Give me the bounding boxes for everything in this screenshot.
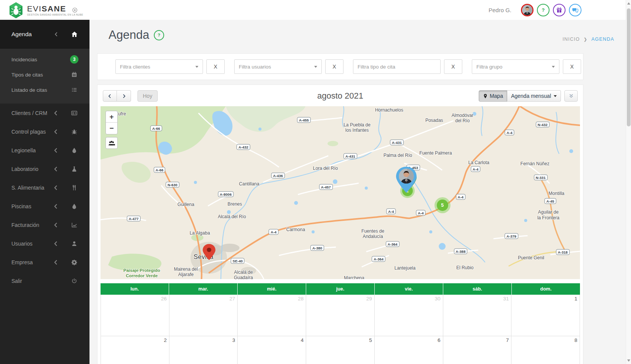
sidebar-item-empresa[interactable]: Empresa	[0, 253, 89, 271]
power-icon	[71, 278, 77, 284]
zoom-out-button[interactable]: −	[106, 123, 117, 134]
scrollbar-up-arrow[interactable]	[627, 2, 630, 5]
calendar-day-cell[interactable]: 1	[511, 295, 580, 336]
filter-placeholder: Filtra grupo	[476, 64, 502, 70]
filter-select-filtra-clientes[interactable]: Filtra clientes	[115, 59, 203, 74]
map-pin-icon	[483, 94, 488, 99]
map-view-button[interactable]: Mapa	[479, 90, 507, 102]
menu-item-label: Piscinas	[11, 203, 53, 209]
breadcrumb-inicio[interactable]: INICIO	[562, 37, 580, 42]
filter-group-filtra-tipo-de-cita: X	[353, 59, 462, 74]
scrollbar-thumb[interactable]	[627, 8, 631, 126]
chat-button[interactable]	[569, 4, 581, 16]
sidebar-item-control-plagas[interactable]: Control plagas	[0, 122, 89, 141]
calendar-toolbar: Hoy agosto 2021 Mapa Agenda mensual	[101, 90, 580, 102]
day-number: 28	[298, 296, 304, 302]
calendar-day-cell[interactable]: 27	[169, 295, 238, 336]
filter-input-filtra-tipo-de-cita[interactable]	[353, 59, 441, 74]
road-badge-a-455: A-455	[297, 117, 311, 123]
menu-item-label: Salir	[11, 278, 53, 284]
calendar-day-cell[interactable]: 2	[101, 336, 169, 364]
page-header: Agenda ? INICIO ❯ AGENDA	[89, 20, 626, 53]
chevron-left-icon	[53, 166, 59, 172]
calendar-day-cell[interactable]: 29	[306, 295, 375, 336]
calendar-day-cell[interactable]: 7	[443, 336, 512, 364]
sidebar-item-clientes-crm[interactable]: Clientes / CRM	[0, 104, 89, 122]
chat-icon	[572, 7, 578, 13]
chevron-left-icon	[53, 185, 59, 191]
scrollbar-down-arrow[interactable]	[627, 359, 630, 362]
calendar-day-cell[interactable]: 31	[443, 295, 512, 336]
sidebar-item-facturación[interactable]: Facturación	[0, 216, 89, 234]
day-number: 26	[161, 296, 167, 302]
droplet-icon	[71, 147, 77, 153]
notification-badge: 3	[70, 55, 78, 64]
breadcrumb-agenda: AGENDA	[591, 37, 614, 42]
filter-select-filtra-grupo[interactable]: Filtra grupo	[472, 59, 559, 74]
calendar-day-cell[interactable]: 28	[238, 295, 306, 336]
calendar-day-cell[interactable]: 6	[375, 336, 443, 364]
calendar-day-cell[interactable]: 30	[375, 295, 443, 336]
calendar-day-cell[interactable]: 3	[169, 336, 238, 364]
sidebar-item-salir[interactable]: Salir	[0, 271, 89, 290]
zoom-in-button[interactable]: +	[106, 111, 117, 123]
subitem-label: Tipos de citas	[11, 72, 59, 78]
map-zoom-control: + −	[105, 111, 118, 134]
svg-text:?: ?	[542, 7, 545, 13]
day-number: 2	[164, 337, 167, 343]
monthly-view-button[interactable]: Agenda mensual	[507, 90, 561, 102]
user-name[interactable]: Pedro G.	[489, 7, 511, 13]
calendar-day-cell[interactable]: 5	[306, 336, 375, 364]
day-number: 30	[435, 296, 441, 302]
page-title: Agenda	[109, 28, 149, 42]
day-number: 31	[503, 296, 509, 302]
sidebar-item-piscinas[interactable]: Piscinas	[0, 197, 89, 216]
menu-item-label: Usuarios	[11, 241, 53, 247]
map-avatar-marker[interactable]	[395, 166, 417, 195]
road-badge-a-364: A-364	[372, 256, 385, 262]
collapse-button[interactable]	[564, 90, 578, 102]
sidebar-subitem-listado-de-citas[interactable]: Listado de citas	[0, 82, 89, 97]
map-cluster-marker[interactable]: 5	[435, 197, 450, 213]
subitem-label: Incidencias	[11, 57, 59, 62]
map-pin-red[interactable]	[202, 243, 216, 262]
filter-select-filtra-usuarios[interactable]: Filtra usuarios	[234, 59, 322, 74]
target-icon[interactable]	[72, 7, 78, 13]
calendar-day-cell[interactable]: 8	[511, 336, 580, 364]
calendar-day-header: jue.	[306, 283, 375, 295]
road-badge-a-4: A-4	[416, 210, 425, 216]
calendar-day-cell[interactable]: 26	[101, 295, 169, 336]
page-scrollbar[interactable]	[626, 0, 631, 364]
day-number: 1	[575, 296, 578, 302]
sidebar-subitem-incidencias[interactable]: Incidencias3	[0, 52, 89, 67]
brand-hexagon-bug-icon	[8, 2, 24, 19]
calendar-day-cell[interactable]: 4	[238, 336, 306, 364]
filter-clear-button[interactable]: X	[563, 59, 581, 74]
road-badge-a-431: A-431	[390, 139, 404, 145]
help-button[interactable]: ?	[537, 4, 550, 16]
filter-clear-button[interactable]: X	[206, 59, 225, 74]
sidebar-section-agenda[interactable]: Agenda	[0, 20, 89, 49]
filter-clear-button[interactable]: X	[325, 59, 343, 74]
road-badge-a-318: A-318	[556, 249, 570, 255]
filter-placeholder: Filtra usuarios	[239, 64, 271, 70]
sidebar-item-legionella[interactable]: Legionella	[0, 141, 89, 160]
user-avatar[interactable]	[521, 4, 534, 16]
calendar-day-header: lun.	[101, 283, 169, 295]
sidebar-item-laboratorio[interactable]: Laboratorio	[0, 160, 89, 178]
filter-clear-button[interactable]: X	[444, 59, 462, 74]
sidebar-item-usuarios[interactable]: Usuarios	[0, 234, 89, 253]
sidebar-item-s-alimentaria[interactable]: S. Alimentaria	[0, 178, 89, 197]
caret-down-icon	[552, 66, 555, 68]
cluster-count: 5	[437, 200, 448, 211]
road-badge-a-380: A-380	[310, 245, 324, 251]
road-badge-a-431: A-431	[343, 153, 357, 159]
sidebar-subitem-tipos-de-citas[interactable]: Tipos de citas	[0, 67, 89, 82]
filters-card: Filtra clientesXFiltra usuariosXXFiltra …	[97, 53, 583, 80]
group-markers-button[interactable]	[105, 137, 118, 149]
filter-group-filtra-grupo: Filtra grupoX	[472, 59, 581, 74]
calendar-day-header: sáb.	[443, 283, 512, 295]
map-view[interactable]: + − ZufreHornachuelosPosadasAlmodóvar de…	[101, 106, 580, 279]
gift-button[interactable]	[553, 4, 566, 16]
page-help-button[interactable]: ?	[154, 30, 164, 40]
